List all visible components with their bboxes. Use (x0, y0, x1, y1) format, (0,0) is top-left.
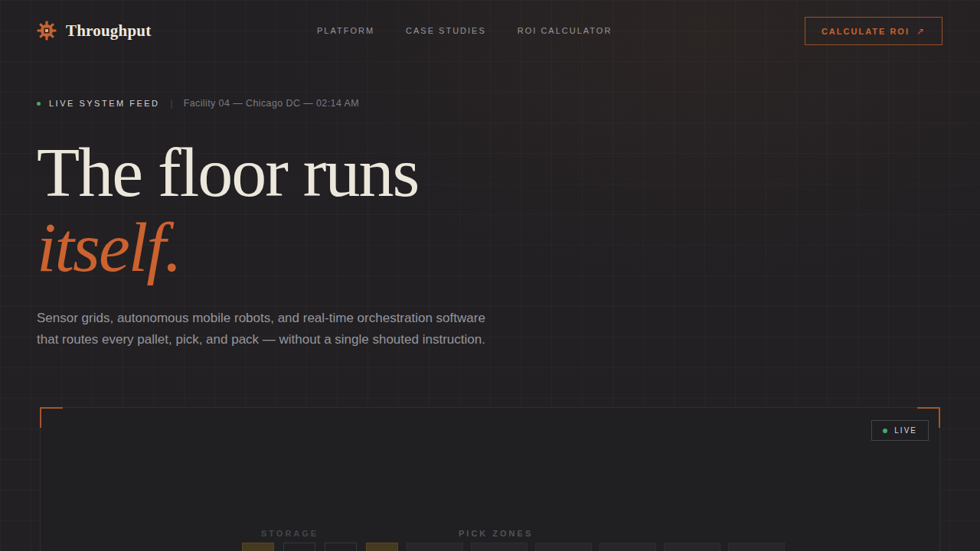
arrow-up-right-icon: ↗ (916, 26, 926, 37)
gear-icon (37, 21, 57, 41)
nav-link-roi-calculator[interactable]: ROI CALCULATOR (518, 26, 612, 35)
hero-description: Sensor grids, autonomous mobile robots, … (37, 308, 490, 350)
live-status-badge: LIVE (871, 420, 929, 441)
live-badge-dot-icon (883, 429, 887, 433)
live-dot-icon (37, 102, 41, 106)
cta-label: CALCULATE ROI (822, 27, 910, 36)
storage-zone-label: STORAGE (261, 529, 318, 538)
warehouse-cell-filled (366, 543, 398, 551)
warehouse-cell-faint (407, 543, 463, 551)
panel-corner-top-left (40, 407, 63, 428)
warehouse-cell-faint (664, 543, 720, 551)
warehouse-cell-filled (242, 543, 274, 551)
hero-title-line1: The floor runs (37, 133, 418, 211)
hero-title-line2: itself. (37, 210, 418, 285)
storage-cells-row (242, 543, 398, 551)
landing-page: Throughput PLATFORM CASE STUDIES ROI CAL… (0, 0, 980, 551)
top-navigation-bar: Throughput PLATFORM CASE STUDIES ROI CAL… (0, 0, 980, 61)
warehouse-cell-faint (471, 543, 528, 551)
brand-logo[interactable]: Throughput (37, 21, 151, 41)
feed-live-label: LIVE SYSTEM FEED (49, 99, 160, 108)
brand-name: Throughput (66, 21, 151, 41)
hero-title: The floor runs itself. (37, 135, 418, 285)
pick-zone-cells-row (407, 543, 785, 551)
warehouse-cell-faint (728, 543, 785, 551)
calculate-roi-button[interactable]: CALCULATE ROI ↗ (805, 17, 942, 45)
feed-facility-detail: Facility 04 — Chicago DC — 02:14 AM (184, 98, 359, 109)
live-warehouse-panel: LIVE STORAGE PICK ZONES (40, 407, 940, 551)
feed-separator: | (171, 98, 173, 109)
main-nav: PLATFORM CASE STUDIES ROI CALCULATOR (317, 0, 612, 61)
warehouse-cell-empty (283, 543, 315, 551)
warehouse-cell-empty (325, 543, 357, 551)
nav-link-case-studies[interactable]: CASE STUDIES (406, 26, 486, 35)
nav-link-platform[interactable]: PLATFORM (317, 26, 374, 35)
warehouse-cell-faint (599, 543, 656, 551)
pick-zones-label: PICK ZONES (459, 529, 533, 538)
live-badge-label: LIVE (894, 426, 917, 435)
warehouse-cell-faint (535, 543, 592, 551)
live-system-feed: LIVE SYSTEM FEED | Facility 04 — Chicago… (37, 98, 359, 109)
